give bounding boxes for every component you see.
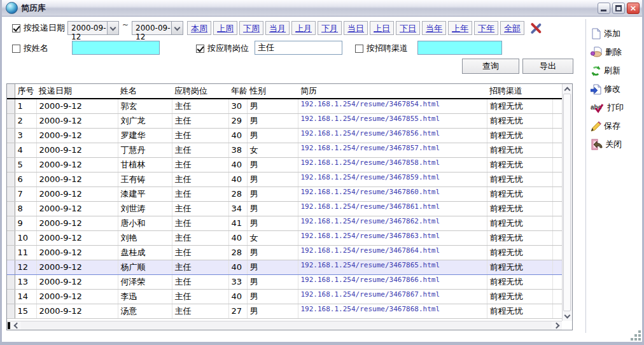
chevron-down-icon[interactable] <box>107 22 118 34</box>
date-to-combo[interactable]: 2000-09-12 <box>132 21 183 35</box>
table-row[interactable]: 132000-9-12何泽荣主任33男192.168.1.254/resume/… <box>7 274 562 289</box>
resume-link[interactable]: 192.168.1.254/resume/3467855.html <box>301 114 484 123</box>
refresh-button[interactable]: 刷新 <box>591 64 640 78</box>
quick-date-button-12[interactable]: 下年 <box>474 21 498 35</box>
row-indicator[interactable] <box>7 260 15 274</box>
resume-link[interactable]: 192.168.1.254/resume/3467860.html <box>301 187 484 196</box>
row-indicator[interactable] <box>7 216 15 230</box>
resume-link[interactable]: 192.168.1.254/resume/3467861.html <box>301 202 484 211</box>
row-indicator[interactable] <box>7 157 15 172</box>
quick-date-button-7[interactable]: 当日 <box>344 21 368 35</box>
date-tools-icon[interactable] <box>529 22 542 34</box>
minimize-button[interactable] <box>598 3 610 14</box>
table-row[interactable]: 52000-9-12甘植林主任40男192.168.1.254/resume/3… <box>7 157 562 172</box>
resume-link[interactable]: 192.168.1.254/resume/3467854.html <box>301 99 484 108</box>
delete-button[interactable]: 删除 <box>591 45 640 59</box>
by-channel-checkbox[interactable] <box>355 45 363 53</box>
row-indicator[interactable] <box>7 99 15 113</box>
quick-date-button-13[interactable]: 全部 <box>500 21 524 35</box>
row-indicator[interactable] <box>7 201 15 216</box>
resume-link[interactable]: 192.168.1.254/resume/3467862.html <box>301 216 484 225</box>
row-indicator[interactable] <box>7 245 15 260</box>
table-row[interactable]: 62000-9-12王有铸主任40男192.168.1.254/resume/3… <box>7 172 562 187</box>
close-button[interactable]: 关闭 <box>591 137 640 151</box>
chevron-down-icon[interactable] <box>171 22 183 34</box>
by-position-checkbox[interactable] <box>196 45 204 53</box>
quick-date-button-1[interactable]: 本周 <box>187 21 211 35</box>
scroll-up-button[interactable] <box>563 84 572 94</box>
vertical-scrollbar[interactable] <box>562 84 572 321</box>
quick-date-button-8[interactable]: 上日 <box>370 21 394 35</box>
quick-date-button-9[interactable]: 下日 <box>396 21 420 35</box>
print-button[interactable]: abc打印 <box>591 101 640 115</box>
table-row[interactable]: 42000-9-12丁慧丹主任38女192.168.1.254/resume/3… <box>7 143 562 157</box>
cell-position: 主任 <box>172 143 228 157</box>
row-indicator[interactable] <box>7 143 15 157</box>
table-row[interactable]: 22000-9-12刘广龙主任29男192.168.1.254/resume/3… <box>7 113 562 128</box>
quick-date-button-2[interactable]: 上周 <box>213 21 237 35</box>
column-header-5[interactable]: 年龄 <box>228 84 247 99</box>
resume-link[interactable]: 192.168.1.254/resume/3467863.html <box>301 231 484 240</box>
row-indicator[interactable] <box>7 274 15 289</box>
resume-link[interactable]: 192.168.1.254/resume/3467859.html <box>301 172 484 181</box>
row-indicator[interactable] <box>7 289 15 304</box>
resume-link[interactable]: 192.168.1.254/resume/3467858.html <box>301 158 484 167</box>
vertical-scroll-thumb[interactable] <box>563 94 571 311</box>
resume-link[interactable]: 192.168.1.254/resume/3467865.html <box>301 260 484 269</box>
scroll-left-button[interactable] <box>11 321 21 330</box>
resume-link[interactable]: 192.168.1.254/resume/3467866.html <box>301 275 484 284</box>
save-button[interactable]: 保存 <box>591 119 640 133</box>
table-row[interactable]: 32000-9-12罗建华主任40男192.168.1.254/resume/3… <box>7 128 562 143</box>
channel-filter-input[interactable] <box>417 41 502 55</box>
row-indicator[interactable] <box>7 230 15 245</box>
resume-link[interactable]: 192.168.1.254/resume/3467868.html <box>301 304 484 313</box>
add-button[interactable]: 添加 <box>591 27 640 41</box>
resume-link[interactable]: 192.168.1.254/resume/3467856.html <box>301 129 484 137</box>
quick-date-button-3[interactable]: 下周 <box>239 21 263 35</box>
table-row[interactable]: 102000-9-12刘艳主任40女192.168.1.254/resume/3… <box>7 230 562 245</box>
column-header-4[interactable]: 应聘岗位 <box>172 84 228 99</box>
row-indicator[interactable] <box>7 187 15 201</box>
quick-date-button-10[interactable]: 当年 <box>422 21 446 35</box>
scroll-down-button[interactable] <box>563 311 572 321</box>
by-name-checkbox[interactable] <box>12 45 20 53</box>
table-row[interactable]: 152000-9-12汤意主任27男192.168.1.254/resume/3… <box>7 304 562 318</box>
export-button[interactable]: 导出 <box>522 59 573 74</box>
quick-date-button-11[interactable]: 上年 <box>448 21 472 35</box>
query-button[interactable]: 查询 <box>462 59 519 74</box>
name-filter-input[interactable] <box>72 41 160 55</box>
modify-button[interactable]: 修改 <box>591 82 640 96</box>
maximize-button[interactable] <box>612 3 625 14</box>
table-row[interactable]: 142000-9-12李迅主任40男192.168.1.254/resume/3… <box>7 289 562 304</box>
resume-link[interactable]: 192.168.1.254/resume/3467864.html <box>301 246 484 255</box>
scroll-right-button[interactable] <box>552 321 562 330</box>
cell-date: 2000-9-12 <box>36 113 118 128</box>
resume-link[interactable]: 192.168.1.254/resume/3467867.html <box>301 290 484 299</box>
close-window-button[interactable]: × <box>627 3 640 14</box>
by-date-checkbox[interactable] <box>12 24 20 32</box>
column-header-3[interactable]: 姓名 <box>118 84 172 99</box>
column-header-8[interactable]: 招聘渠道 <box>487 84 552 99</box>
column-header-1[interactable]: 序号 <box>15 84 36 99</box>
horizontal-scrollbar[interactable] <box>7 321 562 330</box>
table-row[interactable]: 92000-9-12唐小和主任41男192.168.1.254/resume/3… <box>7 216 562 230</box>
quick-date-button-5[interactable]: 上月 <box>291 21 316 35</box>
row-indicator[interactable] <box>7 172 15 187</box>
quick-date-button-4[interactable]: 当月 <box>265 21 290 35</box>
table-row[interactable]: 12000-9-12郭玄主任30男192.168.1.254/resume/34… <box>7 99 562 113</box>
table-row[interactable]: 72000-9-12漆建平主任28男192.168.1.254/resume/3… <box>7 187 562 201</box>
position-filter-input[interactable] <box>255 41 342 55</box>
table-row[interactable]: 122000-9-12杨广顺主任40男192.168.1.254/resume/… <box>7 260 562 274</box>
resume-link[interactable]: 192.168.1.254/resume/3467857.html <box>301 143 484 152</box>
quick-date-button-6[interactable]: 下月 <box>318 21 342 35</box>
row-indicator[interactable] <box>7 113 15 128</box>
column-header-6[interactable]: 性别 <box>247 84 298 99</box>
table-row[interactable]: 82000-9-12刘世涛主任34男192.168.1.254/resume/3… <box>7 201 562 216</box>
resize-grip[interactable] <box>638 338 641 341</box>
table-row[interactable]: 112000-9-12盘桂成主任28男192.168.1.254/resume/… <box>7 245 562 260</box>
column-header-7[interactable]: 简历 <box>298 84 487 99</box>
row-indicator[interactable] <box>7 128 15 143</box>
column-header-2[interactable]: 投递日期 <box>36 84 118 99</box>
row-indicator[interactable] <box>7 304 15 318</box>
date-from-combo[interactable]: 2000-09-12 <box>67 21 119 35</box>
